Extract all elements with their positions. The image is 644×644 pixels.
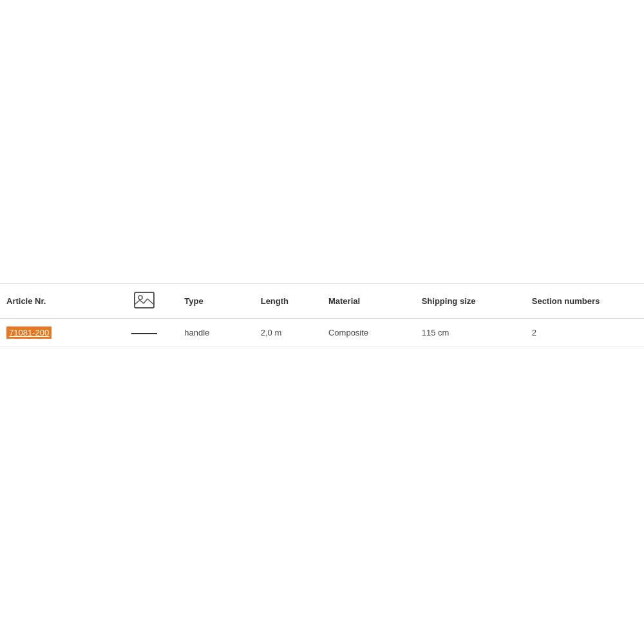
- col-header-image: [110, 284, 178, 319]
- cell-image: [110, 319, 178, 347]
- product-table-section: Article Nr. Type: [0, 283, 644, 347]
- cell-shipping-size: 115 cm: [415, 319, 526, 347]
- table-row: 71081-200 handle 2,0 m Composite: [0, 319, 644, 347]
- cell-type: handle: [178, 319, 254, 347]
- cell-material: Composite: [322, 319, 415, 347]
- cell-length: 2,0 m: [254, 319, 322, 347]
- image-icon-svg: [134, 292, 155, 308]
- image-dash: [131, 333, 157, 334]
- cell-section-numbers: 2: [526, 319, 644, 347]
- col-header-material: Material: [322, 284, 415, 319]
- col-header-length: Length: [254, 284, 322, 319]
- image-column-icon: [134, 292, 155, 308]
- table-header-row: Article Nr. Type: [0, 284, 644, 319]
- svg-rect-0: [135, 292, 154, 308]
- col-header-article-nr: Article Nr.: [0, 284, 110, 319]
- col-header-shipping-size: Shipping size: [415, 284, 526, 319]
- product-table: Article Nr. Type: [0, 283, 644, 347]
- col-header-section-numbers: Section numbers: [526, 284, 644, 319]
- svg-point-1: [138, 296, 142, 299]
- article-nr-link[interactable]: 71081-200: [6, 327, 52, 339]
- cell-article-nr[interactable]: 71081-200: [0, 319, 110, 347]
- col-header-type: Type: [178, 284, 254, 319]
- page-wrapper: Article Nr. Type: [0, 0, 644, 644]
